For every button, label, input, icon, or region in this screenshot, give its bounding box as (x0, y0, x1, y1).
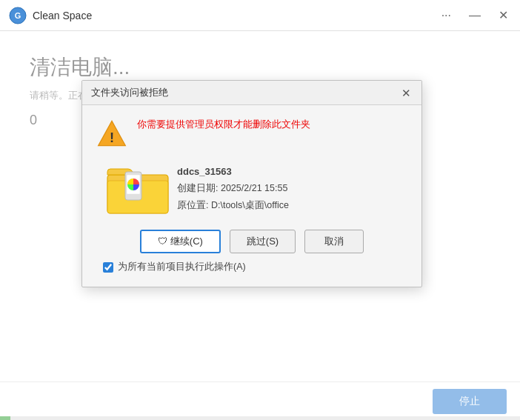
svg-text:!: ! (110, 130, 114, 145)
file-location: 原位置: D:\tools\桌面\office (177, 197, 289, 214)
title-bar: G Clean Space ··· — ✕ (0, 0, 520, 31)
more-options-button[interactable]: ··· (439, 8, 454, 23)
svg-text:G: G (15, 11, 21, 20)
skip-button[interactable]: 跳过(S) (230, 230, 296, 253)
cancel-button[interactable]: 取消 (304, 230, 364, 253)
apply-all-label: 为所有当前项目执行此操作(A) (118, 261, 246, 273)
dialog-body: ! 你需要提供管理员权限才能删除此文件夹 (82, 105, 421, 287)
dialog-title: 文件夹访问被拒绝 (91, 86, 168, 99)
warning-icon: ! (97, 119, 127, 148)
app-title: Clean Space (33, 10, 439, 21)
permission-dialog: 文件夹访问被拒绝 ✕ ! 你需要提供管理员权限才能删除此文件夹 (81, 80, 422, 287)
folder-icon (104, 159, 164, 218)
file-info: ddcs_31563 创建日期: 2025/2/21 15:55 原位置: D:… (177, 163, 289, 213)
apply-all-checkbox[interactable] (103, 262, 113, 273)
window-controls: ··· — ✕ (439, 8, 511, 23)
shield-icon: 🛡 (158, 236, 167, 247)
dialog-warning-text: 你需要提供管理员权限才能删除此文件夹 (137, 117, 310, 132)
close-button[interactable]: ✕ (496, 8, 511, 23)
filename: ddcs_31563 (177, 163, 289, 180)
created-date: 创建日期: 2025/2/21 15:55 (177, 180, 289, 197)
minimize-button[interactable]: — (466, 8, 484, 23)
dialog-checkbox-row: 为所有当前项目执行此操作(A) (97, 261, 407, 273)
app-logo: G (9, 7, 27, 24)
dialog-file-section: ddcs_31563 创建日期: 2025/2/21 15:55 原位置: D:… (97, 159, 407, 218)
dialog-close-button[interactable]: ✕ (400, 87, 413, 99)
dialog-buttons: 🛡继续(C) 跳过(S) 取消 (97, 230, 407, 253)
dialog-warning-row: ! 你需要提供管理员权限才能删除此文件夹 (97, 117, 407, 148)
dialog-title-bar: 文件夹访问被拒绝 ✕ (82, 81, 421, 105)
continue-button[interactable]: 🛡继续(C) (140, 230, 221, 253)
